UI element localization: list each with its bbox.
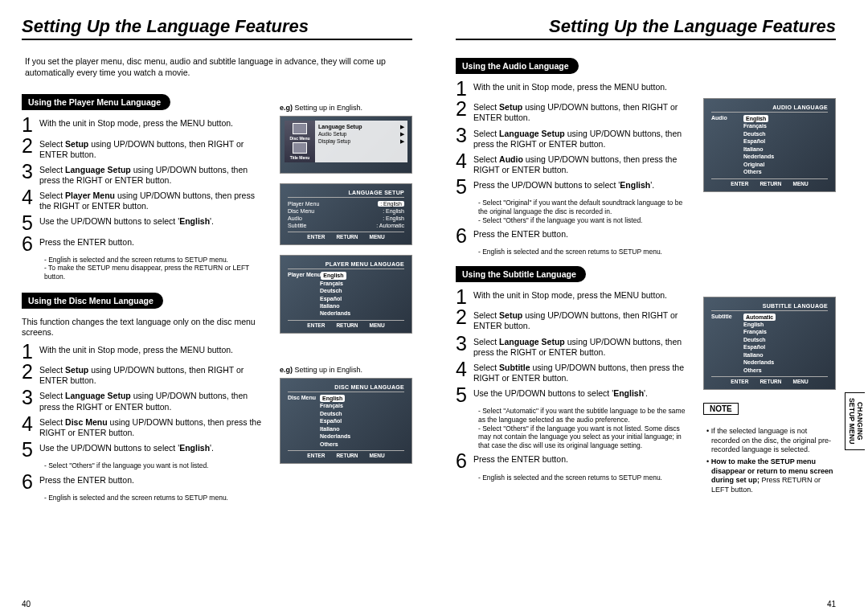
page-number: 41: [827, 600, 836, 609]
step: With the unit in Stop mode, press the ME…: [39, 343, 233, 355]
step: Press the ENTER button.: [39, 236, 134, 248]
step: Press the ENTER button.: [39, 474, 134, 486]
step: With the unit in Stop mode, press the ME…: [473, 80, 667, 92]
page-number: 40: [22, 600, 31, 609]
step: With the unit in Stop mode, press the ME…: [473, 289, 667, 301]
step: Press the UP/DOWN buttons to select 'Eng…: [473, 178, 654, 191]
step: Select Language Setup using UP/DOWN butt…: [39, 389, 268, 412]
tv-subtitle-lang: SUBTITLE LANGUAGE Subtitle Automatic Eng…: [703, 297, 836, 391]
disc-intro: This function changes the text language …: [22, 317, 268, 338]
section-audio: Using the Audio Language: [456, 58, 579, 74]
step: Use the UP/DOWN buttons to select 'Engli…: [39, 441, 214, 453]
section-player-menu: Using the Player Menu Language: [22, 94, 170, 110]
step: Select Setup using UP/DOWN buttons, then…: [39, 137, 268, 160]
step: Select Disc Menu using UP/DOWN buttons, …: [39, 416, 268, 438]
tv-audio-lang: AUDIO LANGUAGE Audio English Français De…: [703, 98, 836, 192]
section-disc-menu: Using the Disc Menu Language: [22, 293, 163, 309]
step: Press the ENTER button.: [473, 228, 568, 240]
page-title-right: Setting Up the Language Features: [456, 16, 836, 40]
page-title-left: Setting Up the Language Features: [22, 16, 412, 40]
step: Use the UP/DOWN buttons to select 'Engli…: [473, 387, 648, 399]
step: Select Audio using UP/DOWN buttons, then…: [473, 153, 692, 175]
tv-language-setup: LANGUAGE SETUP Player Menu: English Disc…: [280, 183, 412, 245]
step: Select Setup using UP/DOWN buttons, then…: [39, 363, 268, 386]
step: Select Player Menu using UP/DOWN buttons…: [39, 189, 268, 211]
note-list: If the selected language is not recorded…: [703, 427, 836, 495]
step: Select Setup using UP/DOWN buttons, then…: [473, 309, 692, 331]
section-subtitle: Using the Subtitle Language: [456, 266, 586, 282]
tv-player-menu-lang: PLAYER MENU LANGUAGE Player Menu English…: [280, 255, 412, 334]
step: Select Setup using UP/DOWN buttons, then…: [473, 100, 692, 123]
tv-setup-main: Disc Menu Title Menu Language Setup▶ Aud…: [280, 116, 412, 174]
step: Select Subtitle using UP/DOWN buttons, t…: [473, 361, 692, 383]
note-heading: NOTE: [703, 403, 739, 415]
step: Select Language Setup using UP/DOWN butt…: [473, 127, 692, 150]
step-notes: - English is selected and the screen ret…: [44, 256, 268, 281]
step: Use the UP/DOWN buttons to select 'Engli…: [39, 215, 214, 227]
step: Press the ENTER button.: [473, 453, 568, 465]
step: Select Language Setup using UP/DOWN butt…: [39, 163, 268, 186]
tv-disc-menu-lang: DISC MENU LANGUAGE Disc Menu English Fra…: [280, 378, 412, 464]
intro-text: If you set the player menu, disc menu, a…: [25, 56, 409, 78]
step: Select Language Setup using UP/DOWN butt…: [473, 335, 692, 358]
step: With the unit in Stop mode, press the ME…: [39, 117, 233, 129]
chapter-tab: CHANGINGSETUP MENU: [845, 392, 865, 450]
